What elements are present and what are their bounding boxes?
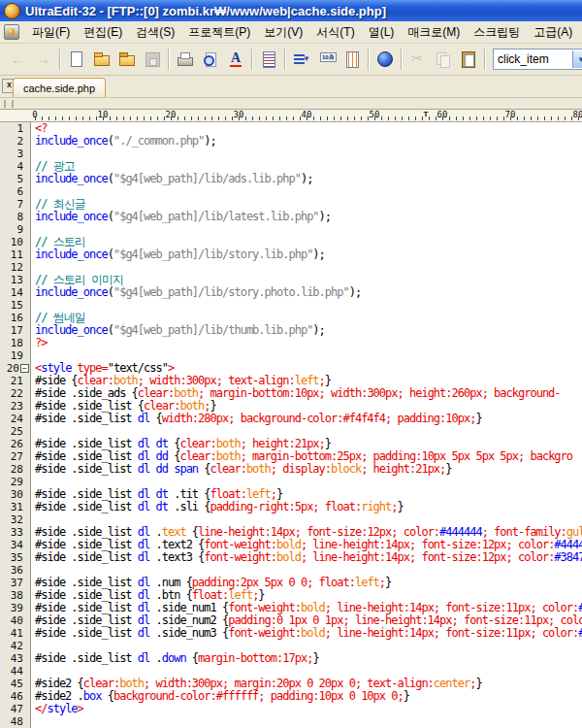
gutter: 38 (0, 589, 31, 602)
line-number: 2 (16, 135, 30, 148)
combobox-value[interactable]: click_item (494, 52, 572, 66)
quick-find-combobox[interactable]: click_item▾ (493, 49, 582, 70)
menu-item-4[interactable]: 보기(V) (257, 21, 309, 44)
gutter: 8 (0, 211, 31, 223)
code-line: 18?> (0, 337, 582, 349)
splitter-grip[interactable] (4, 100, 14, 108)
line-number: 18 (11, 337, 30, 349)
line-number: 3 (16, 148, 30, 160)
line-number: 40 (11, 614, 30, 627)
gutter: 1 (0, 122, 31, 135)
menu-item-5[interactable]: 서식(T) (309, 21, 361, 44)
menu-item-3[interactable]: 프로젝트(P) (181, 21, 257, 44)
line-number: 8 (16, 211, 30, 223)
sort-lines-button[interactable] (289, 47, 314, 72)
doc-lines-button[interactable] (256, 47, 281, 72)
line-number: 22 (11, 387, 30, 400)
line-number: 34 (11, 539, 30, 551)
ruler-label-60: 60 (437, 110, 448, 119)
hex-edit-button[interactable] (314, 47, 340, 72)
code-text (31, 715, 35, 728)
gutter: 42 (0, 640, 31, 652)
line-number: 33 (11, 526, 30, 539)
open-ftp-button[interactable] (114, 47, 140, 72)
gutter: 35 (0, 551, 31, 564)
menu-item-9[interactable]: 고급(A) (527, 21, 579, 44)
gutter: 11 (0, 248, 31, 261)
fold-collapse-icon[interactable]: − (20, 364, 29, 373)
gutter: 2 (0, 135, 31, 148)
line-number: 6 (16, 185, 30, 198)
code-line: 43#side .side_list dl .down {margin-bott… (0, 652, 582, 665)
column-doc-button[interactable] (340, 47, 365, 72)
ruler-label-20: 20 (166, 110, 177, 119)
sort-lines-icon (293, 50, 310, 68)
code-text: include_once("$g4[web_path]/lib/story.li… (31, 248, 325, 261)
toolbar-separator (401, 49, 403, 70)
combobox-dropdown-button[interactable]: ▾ (572, 50, 582, 68)
line-number: 31 (11, 501, 30, 513)
tab-cache-side-php[interactable]: cache.side.php (13, 78, 106, 97)
code-text: #side .side_list dl {width:280px; backgr… (31, 413, 482, 425)
line-number: 37 (11, 577, 30, 589)
line-number: 16 (11, 312, 30, 324)
menu-item-8[interactable]: 스크립팅 (467, 21, 527, 44)
line-number: 19 (11, 349, 30, 362)
code-text: </style> (31, 703, 83, 715)
new-file-button[interactable] (64, 47, 89, 72)
menu-item-1[interactable]: 편집(E) (77, 21, 129, 44)
open-ftp-icon (118, 50, 136, 68)
print-preview-button[interactable] (198, 47, 223, 72)
code-text: #side .side_list dl .text3 {font-weight:… (31, 551, 582, 564)
gutter: 21 (0, 375, 31, 387)
gutter: 14 (0, 286, 31, 299)
title-bar[interactable]: UltraEdit-32 - [FTP::[0] zombi.kr₩/www/w… (0, 0, 582, 21)
menu-item-6[interactable]: 열(L) (362, 21, 402, 44)
web-globe-button[interactable] (372, 47, 398, 72)
print-button[interactable] (173, 47, 198, 72)
code-line: 28#side .side_list dl dd span {clear:bot… (0, 463, 582, 476)
code-editor[interactable]: 1<?2include_once("./_common.php");34// 광… (0, 122, 582, 728)
line-number: 32 (11, 513, 30, 526)
font-icon (227, 50, 244, 68)
save-button (140, 47, 165, 72)
doc-lines-icon (260, 50, 277, 68)
open-folder-button[interactable] (89, 47, 114, 72)
code-line: 11include_once("$g4[web_path]/lib/story.… (0, 248, 582, 261)
ruler-label-30: 30 (234, 110, 244, 119)
gutter: 29 (0, 476, 31, 488)
code-text: #side .side_list dl .side_num3 {font-wei… (31, 627, 582, 640)
menu-item-7[interactable]: 매크로(M) (401, 21, 467, 44)
gutter: 31 (0, 501, 31, 513)
line-number: 28 (11, 463, 30, 476)
line-number: 4 (16, 160, 30, 173)
gutter: 19 (0, 349, 31, 362)
gutter: 25 (0, 425, 31, 438)
line-number: 20 (7, 362, 20, 375)
back-icon (10, 50, 27, 68)
code-text: #side .side_list dl .down {margin-bottom… (31, 652, 319, 665)
line-number: 11 (11, 248, 30, 261)
code-text: include_once("$g4[web_path]/lib/ads.lib.… (31, 173, 312, 185)
gutter: 24 (0, 413, 31, 425)
column-ruler: T 01020304050607080 (0, 109, 582, 122)
paste-button[interactable] (456, 47, 481, 72)
code-line: 14include_once("$g4[web_path]/lib/story.… (0, 286, 582, 299)
gutter: 45 (0, 678, 31, 690)
menu-item-0[interactable]: 파일(F) (25, 21, 77, 44)
new-file-icon (68, 50, 85, 68)
line-number: 24 (11, 413, 30, 425)
ruler-label-80: 80 (573, 110, 582, 119)
code-text: include_once("$g4[web_path]/lib/story.ph… (31, 286, 361, 299)
line-number: 35 (11, 551, 30, 564)
gutter: 26 (0, 438, 31, 450)
font-button[interactable] (223, 47, 248, 72)
document-window-icon[interactable] (4, 24, 19, 40)
forward-button (31, 47, 56, 72)
code-line: 2include_once("./_common.php"); (0, 135, 582, 148)
open-folder-icon (93, 50, 111, 68)
menu-item-2[interactable]: 검색(S) (129, 21, 181, 44)
gutter: 4 (0, 160, 31, 173)
code-line: 9 (0, 223, 582, 236)
cut-icon (409, 50, 427, 68)
